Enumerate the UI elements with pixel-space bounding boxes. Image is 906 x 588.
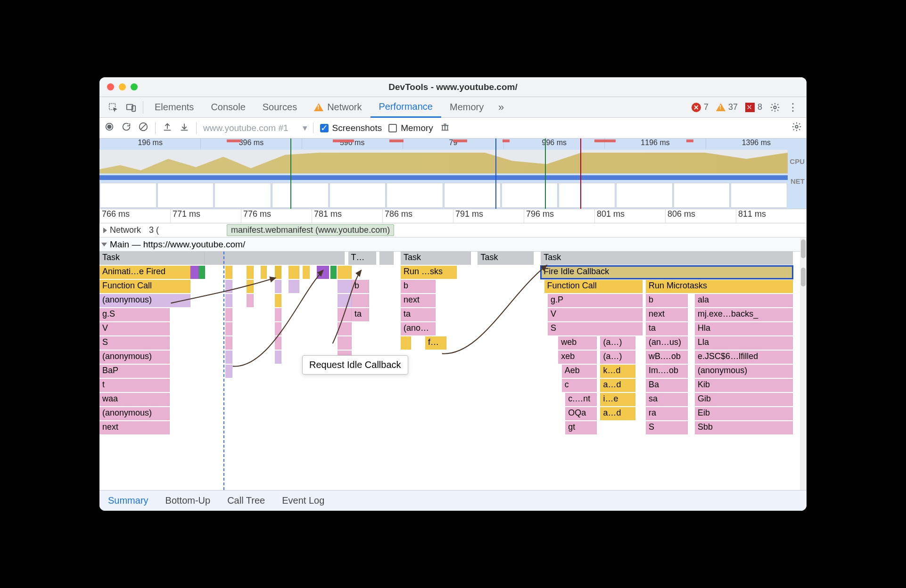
kebab-menu-icon[interactable]: ⋮: [784, 97, 802, 117]
flame-bar[interactable]: Function Call: [99, 280, 190, 293]
flame-bar[interactable]: [225, 294, 232, 307]
flame-bar[interactable]: Task: [99, 252, 205, 265]
flame-bar[interactable]: xeb: [558, 351, 597, 364]
clear-button[interactable]: [138, 122, 148, 134]
flame-bar[interactable]: [352, 294, 369, 307]
record-button[interactable]: [104, 122, 115, 134]
flame-bar[interactable]: [338, 336, 352, 350]
more-tabs-button[interactable]: »: [492, 97, 510, 117]
flame-bar[interactable]: next: [646, 308, 688, 321]
flame-bar[interactable]: Hla: [695, 322, 793, 335]
flame-bar[interactable]: [338, 294, 352, 307]
flame-bar[interactable]: ala: [695, 294, 793, 307]
zoom-window-button[interactable]: [131, 83, 138, 90]
flame-bar[interactable]: waa: [99, 393, 170, 406]
flame-bar[interactable]: [205, 252, 345, 265]
flame-bar[interactable]: [275, 266, 282, 279]
flame-bar[interactable]: mj.exe…backs_: [695, 308, 793, 321]
flame-bar[interactable]: ra: [646, 407, 688, 420]
flame-bar[interactable]: [247, 266, 254, 279]
flame-bar[interactable]: S: [99, 336, 170, 350]
flame-bar[interactable]: (anonymous): [99, 407, 170, 420]
screenshots-toggle[interactable]: ✓Screenshots: [320, 123, 382, 133]
recording-dropdown[interactable]: www.youtube.com #1▾: [203, 122, 313, 133]
flame-bar[interactable]: ta: [352, 308, 369, 321]
flame-bar[interactable]: Eib: [695, 407, 793, 420]
flame-bar[interactable]: Fire Idle Callback: [541, 266, 793, 279]
flame-bar[interactable]: b: [646, 294, 688, 307]
capture-settings-icon[interactable]: [791, 122, 802, 134]
flame-bar[interactable]: [261, 266, 267, 279]
flame-bar[interactable]: [338, 322, 352, 335]
close-window-button[interactable]: [107, 83, 114, 90]
flame-bar[interactable]: OQa: [565, 407, 597, 420]
tab-call-tree[interactable]: Call Tree: [227, 495, 265, 506]
error-counter[interactable]: ✕7: [688, 97, 712, 117]
flame-bar[interactable]: [225, 336, 232, 350]
flame-bar[interactable]: [275, 351, 282, 364]
flame-bar[interactable]: V: [548, 308, 642, 321]
flame-bar[interactable]: T…: [348, 252, 376, 265]
flame-bar[interactable]: [225, 280, 232, 293]
tab-event-log[interactable]: Event Log: [282, 495, 324, 506]
flame-bar[interactable]: a…d: [600, 407, 635, 420]
flame-bar[interactable]: Lla: [695, 336, 793, 350]
collect-garbage-button[interactable]: [440, 122, 450, 134]
flame-bar[interactable]: [225, 351, 232, 364]
flame-bar[interactable]: [225, 266, 232, 279]
flame-bar[interactable]: ta: [401, 308, 436, 321]
flame-bar[interactable]: Kib: [695, 379, 793, 392]
flame-bar[interactable]: [225, 365, 232, 378]
tab-bottom-up[interactable]: Bottom-Up: [165, 495, 211, 506]
detail-ruler[interactable]: 766 ms771 ms776 ms781 ms786 ms791 ms796 …: [99, 209, 807, 223]
flame-bar[interactable]: [288, 280, 299, 293]
flame-bar[interactable]: [275, 294, 282, 307]
flame-bar[interactable]: Ba: [646, 379, 688, 392]
reload-record-button[interactable]: [121, 122, 132, 134]
main-thread-header[interactable]: Main — https://www.youtube.com/: [99, 237, 807, 252]
flame-bar[interactable]: [190, 266, 199, 279]
flame-bar[interactable]: b: [352, 280, 369, 293]
network-lane[interactable]: Network 3 ( manifest.webmanifest (www.yo…: [99, 223, 807, 237]
flame-bar[interactable]: ta: [646, 322, 688, 335]
flame-bar[interactable]: (anonymous): [99, 351, 170, 364]
flame-bar[interactable]: Task: [541, 252, 793, 265]
flame-bar[interactable]: [275, 308, 282, 321]
flame-bar[interactable]: [330, 266, 337, 279]
issues-counter[interactable]: ⛌8: [741, 97, 766, 117]
flame-bar[interactable]: [401, 336, 411, 350]
flame-bar[interactable]: gt: [565, 421, 597, 434]
flame-bar[interactable]: g.P: [548, 294, 642, 307]
warning-counter[interactable]: 37: [712, 97, 741, 117]
tab-console[interactable]: Console: [202, 97, 254, 117]
network-request-bar[interactable]: manifest.webmanifest (www.youtube.com): [227, 224, 394, 236]
flame-bar[interactable]: k…d: [600, 365, 635, 378]
download-button[interactable]: [179, 122, 189, 134]
device-toolbar-icon[interactable]: [122, 97, 140, 117]
flame-bar[interactable]: [379, 252, 394, 265]
flame-bar[interactable]: [247, 294, 254, 307]
timeline-overview[interactable]: 196 ms396 ms596 ms79996 ms1196 ms1396 ms…: [99, 139, 807, 209]
flame-bar[interactable]: (a…): [600, 336, 635, 350]
flame-bar[interactable]: [338, 266, 352, 279]
flame-bar[interactable]: [225, 308, 232, 321]
vertical-scrollbar[interactable]: [800, 237, 807, 490]
flame-bar[interactable]: web: [558, 336, 597, 350]
flame-bar[interactable]: next: [99, 421, 170, 434]
flame-bar[interactable]: [303, 266, 310, 279]
memory-toggle[interactable]: Memory: [388, 123, 433, 133]
flame-bar[interactable]: (anonymous): [99, 294, 190, 307]
flame-bar[interactable]: [275, 336, 282, 350]
flame-bar[interactable]: [275, 322, 282, 335]
flame-bar[interactable]: sa: [646, 393, 688, 406]
tab-sources[interactable]: Sources: [254, 97, 305, 117]
flame-bar[interactable]: Sbb: [695, 421, 793, 434]
flame-bar[interactable]: BaP: [99, 365, 170, 378]
flame-bar[interactable]: i…e: [600, 393, 635, 406]
flame-bar[interactable]: next: [401, 294, 436, 307]
flame-bar[interactable]: [288, 266, 299, 279]
flame-bar[interactable]: [317, 266, 329, 279]
flame-bar[interactable]: Run Microtasks: [646, 280, 793, 293]
flame-bar[interactable]: e.JSC$6…lfilled: [695, 351, 793, 364]
tab-summary[interactable]: Summary: [108, 495, 148, 506]
